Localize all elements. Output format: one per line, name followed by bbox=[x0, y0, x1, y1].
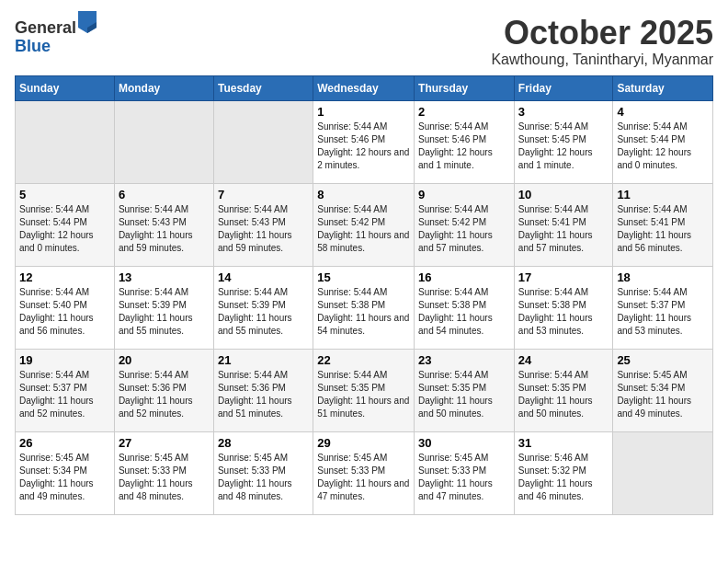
cell-info: Sunrise: 5:44 AM Sunset: 5:37 PM Dayligh… bbox=[19, 369, 110, 420]
calendar-week-row: 5Sunrise: 5:44 AM Sunset: 5:44 PM Daylig… bbox=[16, 183, 713, 266]
cell-info: Sunrise: 5:44 AM Sunset: 5:44 PM Dayligh… bbox=[617, 121, 709, 172]
calendar-cell: 29Sunrise: 5:45 AM Sunset: 5:33 PM Dayli… bbox=[313, 431, 415, 514]
cell-info: Sunrise: 5:44 AM Sunset: 5:42 PM Dayligh… bbox=[317, 203, 410, 255]
day-number: 28 bbox=[218, 436, 309, 450]
cell-info: Sunrise: 5:44 AM Sunset: 5:36 PM Dayligh… bbox=[218, 369, 309, 420]
cell-info: Sunrise: 5:44 AM Sunset: 5:41 PM Dayligh… bbox=[617, 203, 709, 255]
calendar-cell: 7Sunrise: 5:44 AM Sunset: 5:43 PM Daylig… bbox=[213, 183, 313, 266]
day-number: 8 bbox=[317, 188, 410, 201]
day-number: 25 bbox=[617, 353, 709, 367]
calendar-cell: 28Sunrise: 5:45 AM Sunset: 5:33 PM Dayli… bbox=[213, 431, 313, 514]
day-number: 22 bbox=[317, 353, 410, 367]
calendar-week-row: 26Sunrise: 5:45 AM Sunset: 5:34 PM Dayli… bbox=[16, 431, 713, 514]
day-number: 12 bbox=[19, 270, 110, 284]
calendar-cell bbox=[613, 431, 713, 514]
cell-info: Sunrise: 5:45 AM Sunset: 5:33 PM Dayligh… bbox=[418, 452, 510, 503]
calendar-week-row: 12Sunrise: 5:44 AM Sunset: 5:40 PM Dayli… bbox=[16, 266, 713, 349]
calendar-cell: 24Sunrise: 5:44 AM Sunset: 5:35 PM Dayli… bbox=[514, 349, 613, 431]
cell-info: Sunrise: 5:44 AM Sunset: 5:40 PM Dayligh… bbox=[19, 286, 110, 338]
cell-info: Sunrise: 5:44 AM Sunset: 5:36 PM Dayligh… bbox=[119, 369, 210, 420]
cell-info: Sunrise: 5:44 AM Sunset: 5:38 PM Dayligh… bbox=[518, 286, 609, 338]
calendar-cell: 9Sunrise: 5:44 AM Sunset: 5:42 PM Daylig… bbox=[415, 183, 515, 266]
calendar-cell: 26Sunrise: 5:45 AM Sunset: 5:34 PM Dayli… bbox=[16, 431, 115, 514]
weekday-header: Monday bbox=[114, 75, 213, 100]
cell-info: Sunrise: 5:44 AM Sunset: 5:39 PM Dayligh… bbox=[218, 286, 309, 338]
calendar-cell: 17Sunrise: 5:44 AM Sunset: 5:38 PM Dayli… bbox=[514, 266, 613, 349]
calendar-cell: 4Sunrise: 5:44 AM Sunset: 5:44 PM Daylig… bbox=[613, 100, 713, 183]
day-number: 23 bbox=[418, 353, 510, 367]
day-number: 11 bbox=[617, 188, 709, 201]
day-number: 21 bbox=[218, 353, 309, 367]
cell-info: Sunrise: 5:45 AM Sunset: 5:33 PM Dayligh… bbox=[119, 452, 210, 503]
day-number: 31 bbox=[518, 436, 609, 450]
day-number: 24 bbox=[518, 353, 609, 367]
calendar-cell: 10Sunrise: 5:44 AM Sunset: 5:41 PM Dayli… bbox=[514, 183, 613, 266]
day-number: 4 bbox=[617, 105, 709, 119]
day-number: 19 bbox=[19, 353, 110, 367]
cell-info: Sunrise: 5:46 AM Sunset: 5:32 PM Dayligh… bbox=[518, 452, 609, 503]
calendar-table: SundayMondayTuesdayWednesdayThursdayFrid… bbox=[15, 75, 713, 515]
day-number: 1 bbox=[317, 105, 410, 119]
calendar-cell: 16Sunrise: 5:44 AM Sunset: 5:38 PM Dayli… bbox=[415, 266, 515, 349]
day-number: 9 bbox=[418, 188, 510, 201]
calendar-cell: 15Sunrise: 5:44 AM Sunset: 5:38 PM Dayli… bbox=[313, 266, 415, 349]
cell-info: Sunrise: 5:44 AM Sunset: 5:38 PM Dayligh… bbox=[418, 286, 510, 338]
cell-info: Sunrise: 5:45 AM Sunset: 5:34 PM Dayligh… bbox=[617, 369, 709, 420]
logo-icon bbox=[78, 11, 97, 33]
cell-info: Sunrise: 5:44 AM Sunset: 5:39 PM Dayligh… bbox=[119, 286, 210, 338]
day-number: 6 bbox=[119, 188, 210, 201]
weekday-header-row: SundayMondayTuesdayWednesdayThursdayFrid… bbox=[16, 75, 713, 100]
weekday-header: Wednesday bbox=[313, 75, 415, 100]
day-number: 14 bbox=[218, 270, 309, 284]
day-number: 15 bbox=[317, 270, 410, 284]
cell-info: Sunrise: 5:44 AM Sunset: 5:43 PM Dayligh… bbox=[119, 203, 210, 255]
day-number: 27 bbox=[119, 436, 210, 450]
calendar-week-row: 1Sunrise: 5:44 AM Sunset: 5:46 PM Daylig… bbox=[16, 100, 713, 183]
calendar-cell: 20Sunrise: 5:44 AM Sunset: 5:36 PM Dayli… bbox=[114, 349, 213, 431]
day-number: 10 bbox=[518, 188, 609, 201]
calendar-cell: 5Sunrise: 5:44 AM Sunset: 5:44 PM Daylig… bbox=[16, 183, 115, 266]
calendar-cell: 8Sunrise: 5:44 AM Sunset: 5:42 PM Daylig… bbox=[313, 183, 415, 266]
month-year-title: October 2025 bbox=[491, 15, 713, 52]
calendar-cell: 3Sunrise: 5:44 AM Sunset: 5:45 PM Daylig… bbox=[514, 100, 613, 183]
cell-info: Sunrise: 5:44 AM Sunset: 5:35 PM Dayligh… bbox=[518, 369, 609, 420]
logo-general-text: General bbox=[15, 18, 76, 37]
calendar-cell: 18Sunrise: 5:44 AM Sunset: 5:37 PM Dayli… bbox=[613, 266, 713, 349]
day-number: 7 bbox=[218, 188, 309, 201]
calendar-cell: 25Sunrise: 5:45 AM Sunset: 5:34 PM Dayli… bbox=[613, 349, 713, 431]
cell-info: Sunrise: 5:44 AM Sunset: 5:44 PM Dayligh… bbox=[19, 203, 110, 255]
calendar-cell: 22Sunrise: 5:44 AM Sunset: 5:35 PM Dayli… bbox=[313, 349, 415, 431]
logo: General Blue bbox=[15, 15, 97, 56]
calendar-cell: 6Sunrise: 5:44 AM Sunset: 5:43 PM Daylig… bbox=[114, 183, 213, 266]
cell-info: Sunrise: 5:44 AM Sunset: 5:41 PM Dayligh… bbox=[518, 203, 609, 255]
weekday-header: Tuesday bbox=[213, 75, 313, 100]
weekday-header: Saturday bbox=[613, 75, 713, 100]
cell-info: Sunrise: 5:44 AM Sunset: 5:35 PM Dayligh… bbox=[418, 369, 510, 420]
cell-info: Sunrise: 5:44 AM Sunset: 5:46 PM Dayligh… bbox=[317, 121, 410, 172]
calendar-cell: 21Sunrise: 5:44 AM Sunset: 5:36 PM Dayli… bbox=[213, 349, 313, 431]
day-number: 5 bbox=[19, 188, 110, 201]
day-number: 17 bbox=[518, 270, 609, 284]
weekday-header: Sunday bbox=[16, 75, 115, 100]
calendar-cell: 30Sunrise: 5:45 AM Sunset: 5:33 PM Dayli… bbox=[415, 431, 515, 514]
calendar-cell: 13Sunrise: 5:44 AM Sunset: 5:39 PM Dayli… bbox=[114, 266, 213, 349]
calendar-cell bbox=[16, 100, 115, 183]
cell-info: Sunrise: 5:44 AM Sunset: 5:38 PM Dayligh… bbox=[317, 286, 410, 338]
calendar-cell: 12Sunrise: 5:44 AM Sunset: 5:40 PM Dayli… bbox=[16, 266, 115, 349]
header: General Blue October 2025 Kawthoung, Tan… bbox=[15, 15, 713, 68]
day-number: 20 bbox=[119, 353, 210, 367]
title-section: October 2025 Kawthoung, Tanintharyi, Mya… bbox=[491, 15, 713, 68]
cell-info: Sunrise: 5:45 AM Sunset: 5:33 PM Dayligh… bbox=[218, 452, 309, 503]
calendar-cell: 27Sunrise: 5:45 AM Sunset: 5:33 PM Dayli… bbox=[114, 431, 213, 514]
calendar-cell: 2Sunrise: 5:44 AM Sunset: 5:46 PM Daylig… bbox=[415, 100, 515, 183]
day-number: 3 bbox=[518, 105, 609, 119]
calendar-cell bbox=[114, 100, 213, 183]
weekday-header: Thursday bbox=[415, 75, 515, 100]
location-subtitle: Kawthoung, Tanintharyi, Myanmar bbox=[491, 52, 713, 68]
day-number: 30 bbox=[418, 436, 510, 450]
calendar-cell: 23Sunrise: 5:44 AM Sunset: 5:35 PM Dayli… bbox=[415, 349, 515, 431]
cell-info: Sunrise: 5:44 AM Sunset: 5:42 PM Dayligh… bbox=[418, 203, 510, 255]
day-number: 2 bbox=[418, 105, 510, 119]
logo-blue-text: Blue bbox=[15, 37, 51, 55]
day-number: 13 bbox=[119, 270, 210, 284]
